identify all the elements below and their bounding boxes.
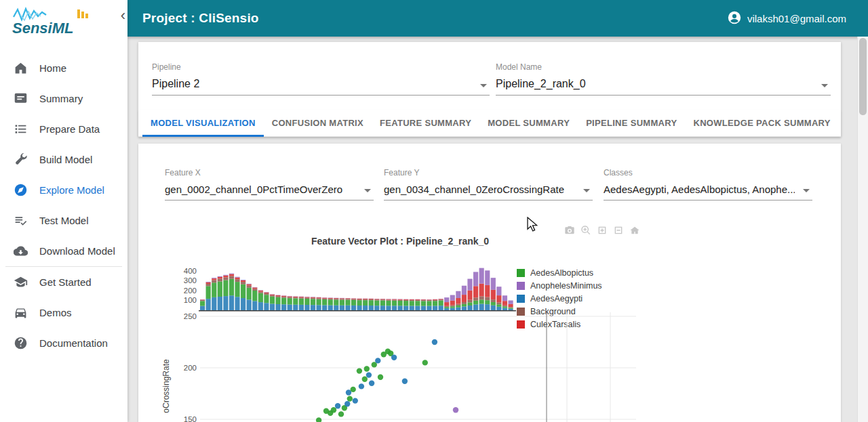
chevron-down-icon	[364, 189, 371, 192]
model-visualization-panel: Feature X gen_0002_channel_0PctTimeOverZ…	[138, 144, 841, 422]
sidebar-item-label: Build Model	[39, 154, 92, 165]
camera-icon[interactable]	[564, 225, 575, 236]
sidebar-item-home[interactable]: Home	[0, 53, 127, 83]
feature-vector-plot[interactable]: 150200250100200300400oCrossingRate	[163, 261, 637, 422]
sidebar-item-label: Demos	[39, 307, 72, 318]
svg-text:100: 100	[184, 296, 197, 304]
sidebar-item-label: Explore Model	[39, 184, 104, 196]
sidebar-item-get-started[interactable]: Get Started	[0, 267, 127, 297]
demos-icon	[12, 305, 28, 321]
sensiml-logo: SensiML	[0, 0, 127, 41]
get-started-icon	[12, 274, 28, 291]
account-icon	[727, 10, 742, 27]
svg-text:SensiML: SensiML	[12, 20, 73, 37]
classes-label: Classes	[604, 168, 812, 177]
tab-model-summary[interactable]: MODEL SUMMARY	[479, 110, 578, 136]
home-icon	[12, 60, 28, 77]
zoom-icon[interactable]	[580, 225, 591, 236]
feature-y-value: gen_0034_channel_0ZeroCrossingRate	[384, 184, 575, 195]
sidebar-item-summary[interactable]: Summary	[0, 83, 127, 114]
feature-x-value: gen_0002_channel_0PctTimeOverZero	[165, 184, 356, 195]
sidebar-item-label: Prepare Data	[39, 123, 100, 135]
chevron-down-icon	[803, 189, 810, 192]
svg-text:200: 200	[184, 364, 197, 372]
sidebar-item-label: Documentation	[39, 337, 108, 349]
sidebar-item-label: Test Model	[39, 215, 89, 226]
chevron-down-icon	[583, 189, 590, 192]
sidebar-nav: HomeSummaryPrepare DataBuild ModelExplor…	[0, 53, 127, 358]
svg-text:oCrossingRate: oCrossingRate	[163, 359, 171, 413]
feature-y-label: Feature Y	[384, 168, 593, 177]
sidebar-item-prepare-data[interactable]: Prepare Data	[0, 114, 127, 144]
tab-confusion-matrix[interactable]: CONFUSION MATRIX	[264, 110, 372, 136]
svg-text:200: 200	[184, 287, 197, 295]
plot-title: Feature Vector Plot : Pipeline_2_rank_0	[163, 236, 637, 247]
reset-axes-icon[interactable]	[629, 225, 640, 236]
plot-modebar	[564, 225, 640, 236]
page-title: Project : CliSensio	[142, 11, 259, 26]
model-name-value: Pipeline_2_rank_0	[496, 78, 813, 90]
app-header: Project : CliSensio vilaksh01@gmail.com	[127, 0, 868, 37]
tab-bar: MODEL VISUALIZATIONCONFUSION MATRIXFEATU…	[138, 110, 841, 137]
sidebar-item-label: Home	[39, 62, 66, 74]
zoom-in-icon[interactable]	[597, 225, 608, 236]
svg-text:400: 400	[184, 267, 197, 275]
summary-icon	[12, 91, 28, 107]
sidebar-item-explore-model[interactable]: Explore Model	[0, 175, 127, 205]
svg-text:150: 150	[184, 415, 197, 422]
zoom-out-icon[interactable]	[613, 225, 624, 236]
classes-select[interactable]: Classes AedesAegypti, AedesAlbopictus, A…	[604, 168, 812, 201]
vertical-scrollbar[interactable]	[857, 37, 868, 422]
chevron-down-icon	[480, 84, 487, 87]
sidebar-item-test-model[interactable]: Test Model	[0, 205, 127, 236]
sidebar-item-download-model[interactable]: Download Model	[0, 236, 127, 266]
tab-model-visualization[interactable]: MODEL VISUALIZATION	[142, 110, 264, 136]
svg-text:250: 250	[184, 312, 197, 320]
sidebar-collapse-button[interactable]: ‹	[121, 8, 125, 23]
tab-feature-summary[interactable]: FEATURE SUMMARY	[372, 110, 479, 136]
user-account[interactable]: vilaksh01@gmail.com	[727, 10, 853, 27]
pipeline-select[interactable]: Pipeline Pipeline 2	[152, 62, 490, 96]
feature-x-select[interactable]: Feature X gen_0002_channel_0PctTimeOverZ…	[165, 168, 374, 201]
test-model-icon	[12, 213, 28, 229]
tab-knowledge-pack-summary[interactable]: KNOWLEDGE PACK SUMMARY	[685, 110, 838, 136]
sidebar-item-label: Download Model	[39, 245, 115, 257]
sidebar-item-demos[interactable]: Demos	[0, 297, 127, 328]
pipeline-label: Pipeline	[152, 62, 490, 72]
feature-x-label: Feature X	[165, 168, 374, 177]
documentation-icon	[12, 335, 28, 352]
explore-model-icon	[12, 182, 28, 198]
download-model-icon	[12, 243, 28, 259]
model-name-select[interactable]: Model Name Pipeline_2_rank_0	[496, 62, 831, 96]
chevron-down-icon	[821, 84, 828, 87]
model-name-label: Model Name	[496, 62, 831, 72]
user-email: vilaksh01@gmail.com	[747, 13, 846, 24]
pipeline-card: Pipeline Pipeline 2 Model Name Pipeline_…	[138, 42, 841, 137]
tab-pipeline-summary[interactable]: PIPELINE SUMMARY	[578, 110, 685, 136]
sidebar-item-label: Summary	[39, 93, 83, 104]
sidebar-item-documentation[interactable]: Documentation	[0, 328, 127, 358]
pipeline-value: Pipeline 2	[152, 78, 472, 90]
sidebar-item-label: Get Started	[39, 276, 92, 288]
sidebar-item-build-model[interactable]: Build Model	[0, 144, 127, 175]
svg-text:300: 300	[184, 276, 197, 284]
build-model-icon	[12, 152, 28, 168]
sidebar: SensiML ‹ HomeSummaryPrepare DataBuild M…	[0, 0, 127, 422]
classes-value: AedesAegypti, AedesAlbopictus, Anophe...	[604, 184, 795, 195]
scrollbar-thumb[interactable]	[859, 38, 867, 115]
feature-y-select[interactable]: Feature Y gen_0034_channel_0ZeroCrossing…	[384, 168, 593, 201]
prepare-data-icon	[12, 121, 28, 138]
